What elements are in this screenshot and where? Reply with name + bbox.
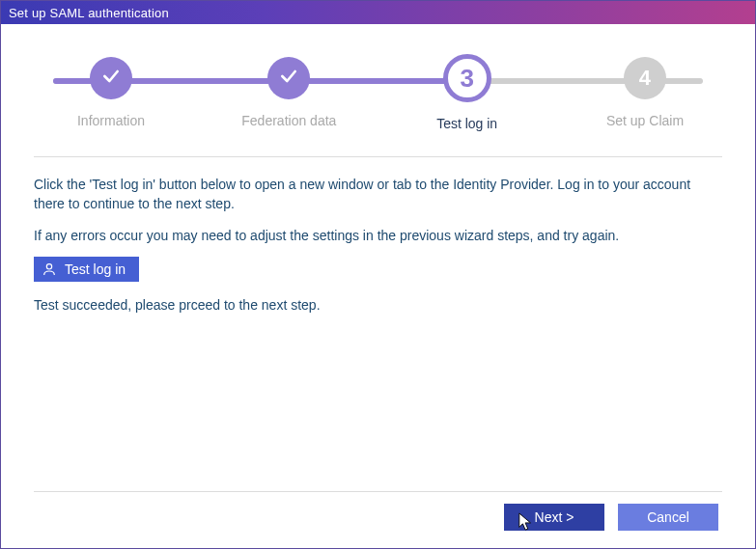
- step-number: 4: [639, 66, 651, 91]
- divider: [34, 491, 722, 492]
- divider: [34, 156, 722, 157]
- titlebar: Set up SAML authentication: [1, 1, 755, 24]
- wizard-content: Click the 'Test log in' button below to …: [34, 175, 722, 326]
- dialog-footer: Next > Cancel: [34, 478, 722, 548]
- window-title: Set up SAML authentication: [9, 6, 169, 20]
- step-dot-future: 4: [624, 57, 666, 99]
- step-number: 3: [460, 64, 473, 94]
- step-label: Set up Claim: [606, 113, 684, 128]
- step-label: Information: [77, 113, 145, 128]
- test-result-text: Test succeeded, please prceed to the nex…: [34, 295, 722, 315]
- step-label: Test log in: [436, 116, 497, 131]
- step-information: Information: [53, 57, 169, 128]
- next-button-label: Next >: [535, 509, 574, 525]
- cancel-button[interactable]: Cancel: [618, 504, 718, 531]
- instruction-text-1: Click the 'Test log in' button below to …: [34, 175, 722, 214]
- check-icon: [101, 67, 121, 90]
- dialog-window: Set up SAML authentication Information: [0, 0, 756, 549]
- cancel-button-label: Cancel: [647, 509, 689, 525]
- svg-point-0: [46, 264, 51, 269]
- next-button[interactable]: Next >: [504, 504, 604, 531]
- dialog-body: Information Federation data 3 Test log i…: [1, 24, 755, 548]
- step-label: Federation data: [241, 113, 336, 128]
- step-dot-done: [90, 57, 132, 99]
- step-dot-current: 3: [443, 54, 491, 102]
- step-set-up-claim: 4 Set up Claim: [587, 57, 703, 128]
- close-button[interactable]: [730, 1, 755, 24]
- footer-actions: Next > Cancel: [34, 504, 722, 531]
- step-test-log-in: 3 Test log in: [409, 57, 525, 131]
- step-dot-done: [267, 57, 310, 99]
- check-icon: [279, 67, 298, 90]
- user-icon: [42, 261, 57, 277]
- test-log-in-button[interactable]: Test log in: [34, 257, 139, 282]
- cursor-icon: [518, 511, 535, 533]
- step-federation-data: Federation data: [231, 57, 347, 128]
- instruction-text-2: If any errors occur you may need to adju…: [34, 226, 722, 245]
- wizard-stepper: Information Federation data 3 Test log i…: [53, 57, 703, 131]
- test-log-in-button-label: Test log in: [65, 261, 126, 277]
